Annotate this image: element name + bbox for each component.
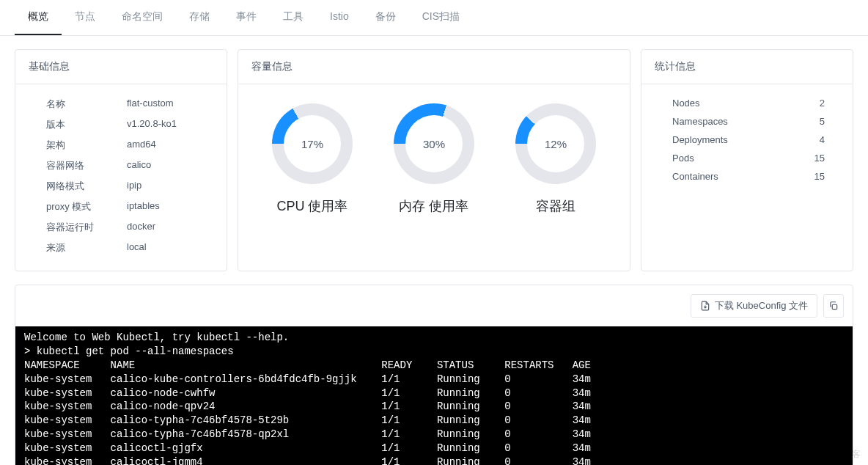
basic-key: 名称 xyxy=(46,98,127,111)
basic-val: docker xyxy=(127,221,155,234)
basic-info-list: 名称flat-custom版本v1.20.8-ko1架构amd64容器网络cal… xyxy=(29,98,213,255)
gauge-label: 容器组 xyxy=(536,197,575,215)
stat-val: 15 xyxy=(814,153,825,164)
panel-basic-info: 基础信息 名称flat-custom版本v1.20.8-ko1架构amd64容器… xyxy=(15,49,227,271)
tab-6[interactable]: Istio xyxy=(317,0,362,35)
gauge-label: 内存 使用率 xyxy=(399,197,468,215)
gauge-0: 17%CPU 使用率 xyxy=(272,103,353,215)
stat-row: Nodes2 xyxy=(672,98,839,109)
stat-row: Pods15 xyxy=(672,153,839,164)
gauge-1: 30%内存 使用率 xyxy=(394,103,474,215)
stat-row: Deployments4 xyxy=(672,134,839,145)
basic-val: local xyxy=(127,241,147,255)
stat-key: Namespaces xyxy=(672,116,728,127)
basic-val: flat-custom xyxy=(127,98,174,111)
stat-key: Pods xyxy=(672,153,694,164)
gauge-value: 12% xyxy=(527,115,584,172)
basic-key: 版本 xyxy=(46,118,127,131)
gauge-value: 30% xyxy=(405,115,463,172)
stat-val: 5 xyxy=(820,116,825,127)
download-kubeconfig-button[interactable]: 下载 KubeConfig 文件 xyxy=(691,294,817,318)
terminal-toolbar: 下载 KubeConfig 文件 xyxy=(15,285,853,326)
stat-val: 2 xyxy=(820,98,825,109)
basic-val: iptables xyxy=(127,200,160,213)
basic-key: 容器网络 xyxy=(46,159,127,172)
basic-row: 名称flat-custom xyxy=(46,98,213,111)
basic-val: v1.20.8-ko1 xyxy=(127,118,177,131)
basic-key: 网络模式 xyxy=(46,180,127,193)
gauge-ring: 17% xyxy=(272,103,353,184)
basic-row: 容器运行时docker xyxy=(46,221,213,234)
stat-val: 4 xyxy=(820,134,825,145)
tab-4[interactable]: 事件 xyxy=(223,0,270,35)
terminal-panel: 下载 KubeConfig 文件 Welcome to Web Kubectl,… xyxy=(15,285,853,465)
stat-key: Nodes xyxy=(672,98,700,109)
tab-8[interactable]: CIS扫描 xyxy=(409,0,473,35)
gauge-ring: 30% xyxy=(394,103,474,184)
basic-row: 网络模式ipip xyxy=(46,180,213,193)
gauge-value: 17% xyxy=(284,115,341,172)
tab-7[interactable]: 备份 xyxy=(362,0,409,35)
gauge-ring: 12% xyxy=(515,103,596,184)
panel-capacity-header: 容量信息 xyxy=(238,50,630,84)
stat-val: 15 xyxy=(814,171,825,182)
basic-row: 来源local xyxy=(46,241,213,255)
tab-3[interactable]: 存储 xyxy=(176,0,223,35)
basic-key: proxy 模式 xyxy=(46,200,127,213)
basic-val: ipip xyxy=(127,180,141,193)
stat-key: Containers xyxy=(672,171,718,182)
tab-2[interactable]: 命名空间 xyxy=(108,0,176,35)
panel-stats-header: 统计信息 xyxy=(641,50,853,84)
copy-icon xyxy=(828,301,839,311)
file-download-icon xyxy=(700,301,710,311)
basic-row: 容器网络calico xyxy=(46,159,213,172)
stat-row: Namespaces5 xyxy=(672,116,839,127)
basic-val: calico xyxy=(127,159,151,172)
tabs-bar: 概览节点命名空间存储事件工具Istio备份CIS扫描 xyxy=(0,0,868,36)
gauge-label: CPU 使用率 xyxy=(276,197,347,215)
gauge-2: 12%容器组 xyxy=(515,103,596,215)
basic-row: 版本v1.20.8-ko1 xyxy=(46,118,213,131)
stats-list: Nodes2Namespaces5Deployments4Pods15Conta… xyxy=(655,98,839,182)
basic-key: 架构 xyxy=(46,139,127,152)
panel-capacity: 容量信息 17%CPU 使用率30%内存 使用率12%容器组 xyxy=(238,49,630,271)
basic-key: 容器运行时 xyxy=(46,221,127,234)
panel-basic-header: 基础信息 xyxy=(15,50,227,84)
tab-0[interactable]: 概览 xyxy=(15,0,62,35)
panel-stats: 统计信息 Nodes2Namespaces5Deployments4Pods15… xyxy=(641,49,853,271)
copy-button[interactable] xyxy=(823,294,844,318)
tab-1[interactable]: 节点 xyxy=(62,0,108,35)
tab-5[interactable]: 工具 xyxy=(270,0,317,35)
basic-val: amd64 xyxy=(127,139,156,152)
svg-rect-0 xyxy=(832,304,836,309)
stat-row: Containers15 xyxy=(672,171,839,182)
basic-row: 架构amd64 xyxy=(46,139,213,152)
basic-row: proxy 模式iptables xyxy=(46,200,213,213)
stat-key: Deployments xyxy=(672,134,728,145)
gauges-row: 17%CPU 使用率30%内存 使用率12%容器组 xyxy=(251,98,617,215)
terminal-output[interactable]: Welcome to Web Kubectl, try kubectl --he… xyxy=(15,326,853,465)
download-kubeconfig-label: 下载 KubeConfig 文件 xyxy=(715,299,808,312)
basic-key: 来源 xyxy=(46,241,127,255)
